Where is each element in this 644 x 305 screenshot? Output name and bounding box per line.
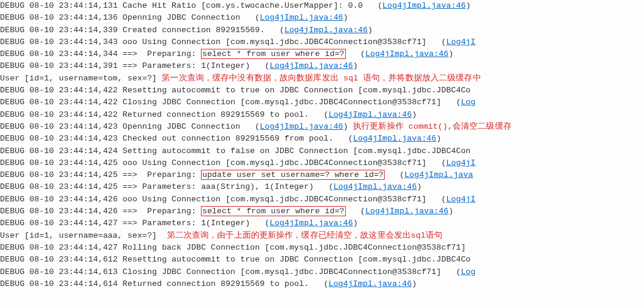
log-level: DEBUG bbox=[0, 110, 24, 119]
log-date: 08-10 bbox=[29, 61, 54, 70]
paren: ) bbox=[448, 49, 453, 58]
log-line: DEBUG 08-10 23:44:14,613 Closing JDBC Co… bbox=[0, 266, 644, 278]
log-line: DEBUG 08-10 23:44:14,612 Resetting autoc… bbox=[0, 254, 644, 266]
paren: ) bbox=[417, 182, 422, 191]
log-ms: 423 bbox=[103, 122, 118, 131]
paren: ( bbox=[426, 158, 446, 167]
paren: ( bbox=[441, 98, 461, 107]
log-line: DEBUG 08-10 23:44:14,344 ==> Preparing: … bbox=[0, 48, 644, 60]
source-link[interactable]: Log4jImpl.java:46 bbox=[365, 49, 448, 58]
log-line: DEBUG 08-10 23:44:14,343 ooo Using Conne… bbox=[0, 36, 644, 48]
log-ms: 613 bbox=[103, 267, 118, 276]
log-date: 08-10 bbox=[29, 134, 54, 143]
source-link[interactable]: Log4jI bbox=[446, 38, 475, 46]
log-date: 08-10 bbox=[29, 1, 54, 10]
log-time: 23:44:14 bbox=[59, 110, 98, 119]
log-time: 23:44:14 bbox=[59, 147, 98, 155]
log-level: DEBUG bbox=[0, 182, 24, 191]
log-time: 23:44:14 bbox=[59, 86, 98, 95]
log-ms: 426 bbox=[103, 207, 118, 216]
log-ms: 425 bbox=[103, 182, 118, 191]
sql-highlight-select: select * from user where id=? bbox=[201, 206, 345, 216]
log-level: DEBUG bbox=[0, 13, 24, 22]
paren: ( bbox=[346, 49, 366, 58]
log-ms: 422 bbox=[103, 86, 118, 95]
log-date: 08-10 bbox=[29, 267, 54, 276]
log-line: DEBUG 08-10 23:44:14,339 Created connect… bbox=[0, 24, 644, 36]
source-link[interactable]: Log4jImpl.java:46 bbox=[270, 61, 353, 70]
log-time: 23:44:14 bbox=[59, 243, 98, 252]
log-msg: ==> Preparing: bbox=[123, 170, 202, 179]
log-msg: Cache Hit Ratio [com.ys.twocache.UserMap… bbox=[123, 1, 363, 10]
paren: ) bbox=[343, 122, 348, 131]
paren: ( bbox=[240, 122, 260, 131]
log-ms: 614 bbox=[103, 279, 118, 288]
paren: ( bbox=[441, 267, 461, 276]
log-date: 08-10 bbox=[29, 98, 54, 107]
log-time: 23:44:14 bbox=[59, 219, 98, 228]
log-msg: ==> Preparing: bbox=[123, 49, 202, 58]
paren: ) bbox=[466, 1, 470, 10]
log-msg: Closing JDBC Connection [com.mysql.jdbc.… bbox=[123, 98, 441, 107]
log-msg: Closing JDBC Connection [com.mysql.jdbc.… bbox=[123, 267, 441, 276]
source-link[interactable]: Log bbox=[461, 98, 476, 107]
log-line: DEBUG 08-10 23:44:14,424 Setting autocom… bbox=[0, 145, 644, 157]
log-msg: Rolling back JDBC Connection [com.mysql.… bbox=[123, 243, 466, 252]
log-line: DEBUG 08-10 23:44:14,422 Resetting autoc… bbox=[0, 85, 644, 97]
log-level: DEBUG bbox=[0, 1, 24, 10]
source-link[interactable]: Log4jImpl.java:46 bbox=[382, 1, 466, 10]
log-date: 08-10 bbox=[29, 38, 54, 46]
log-level: DEBUG bbox=[0, 122, 24, 131]
log-time: 23:44:14 bbox=[59, 49, 98, 58]
source-link[interactable]: Log4jImpl.java bbox=[404, 170, 473, 179]
source-link[interactable]: Log4jImpl.java:46 bbox=[284, 26, 368, 35]
log-line: DEBUG 08-10 23:44:14,427 ==> Parameters:… bbox=[0, 217, 644, 229]
source-link[interactable]: Log4jI bbox=[446, 158, 475, 167]
source-link[interactable]: Log4jImpl.java:46 bbox=[260, 13, 343, 22]
paren: ( bbox=[363, 1, 382, 10]
paren: ) bbox=[353, 61, 358, 70]
log-ms: 131 bbox=[103, 1, 118, 10]
log-level: DEBUG bbox=[0, 207, 24, 216]
log-msg: Checked out connection 892915569 from po… bbox=[123, 134, 334, 143]
paren: ( bbox=[265, 26, 284, 35]
log-line: DEBUG 08-10 23:44:14,391 ==> Parameters:… bbox=[0, 60, 644, 72]
log-ms: 425 bbox=[103, 170, 118, 179]
source-link[interactable]: Log4jI bbox=[446, 195, 475, 204]
log-date: 08-10 bbox=[29, 26, 54, 35]
log-ms: 612 bbox=[103, 255, 118, 264]
source-link[interactable]: Log bbox=[461, 267, 476, 276]
log-ms: 426 bbox=[103, 195, 118, 204]
source-link[interactable]: Log4jImpl.java:46 bbox=[260, 122, 343, 131]
paren: ( bbox=[240, 13, 260, 22]
paren: ( bbox=[385, 170, 404, 179]
source-link[interactable]: Log4jImpl.java:46 bbox=[270, 219, 353, 228]
log-time: 23:44:14 bbox=[59, 182, 98, 191]
source-link[interactable]: Log4jImpl.java:46 bbox=[329, 279, 412, 288]
log-date: 08-10 bbox=[29, 182, 54, 191]
log-line: DEBUG 08-10 23:44:14,423 Openning JDBC C… bbox=[0, 121, 644, 133]
log-level: DEBUG bbox=[0, 267, 24, 276]
log-ms: 422 bbox=[103, 110, 118, 119]
paren: ( bbox=[250, 61, 270, 70]
paren: ( bbox=[314, 182, 333, 191]
log-time: 23:44:14 bbox=[59, 38, 98, 46]
log-level: DEBUG bbox=[0, 134, 24, 143]
log-time: 23:44:14 bbox=[59, 13, 98, 22]
paren: ( bbox=[309, 279, 329, 288]
source-link[interactable]: Log4jImpl.java:46 bbox=[333, 182, 417, 191]
source-link[interactable]: Log4jImpl.java:46 bbox=[329, 110, 412, 119]
paren: ) bbox=[368, 26, 373, 35]
log-line: DEBUG 08-10 23:44:14,614 Returned connec… bbox=[0, 278, 644, 290]
sql-highlight-update: update user set username=? where id=? bbox=[201, 170, 385, 180]
paren: ) bbox=[448, 207, 453, 216]
log-msg: User [id=1, username=tom, sex=?] bbox=[0, 74, 157, 83]
paren: ( bbox=[426, 195, 446, 204]
log-level: DEBUG bbox=[0, 49, 24, 58]
log-date: 08-10 bbox=[29, 86, 54, 95]
log-ms: 427 bbox=[103, 219, 118, 228]
source-link[interactable]: Log4jImpl.java:46 bbox=[353, 134, 436, 143]
log-level: DEBUG bbox=[0, 170, 24, 179]
log-time: 23:44:14 bbox=[59, 134, 98, 143]
source-link[interactable]: Log4jImpl.java:46 bbox=[365, 207, 448, 216]
